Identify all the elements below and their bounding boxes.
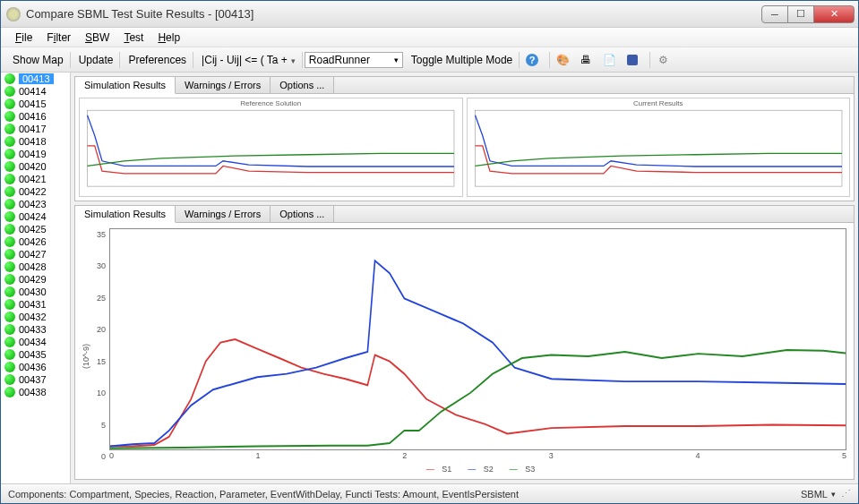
menu-filter[interactable]: Filter (39, 30, 78, 46)
sidebar-item-00437[interactable]: 00437 (1, 373, 70, 386)
top-tabs: Simulation Results Warnings / Errors Opt… (75, 77, 854, 94)
preferences-button[interactable]: Preferences (122, 52, 193, 68)
bottom-tabs: Simulation Results Warnings / Errors Opt… (75, 206, 854, 223)
tab-simulation-results-2[interactable]: Simulation Results (75, 206, 176, 223)
pass-dot-icon (4, 211, 15, 222)
pass-dot-icon (4, 299, 15, 310)
menu-file[interactable]: File (8, 30, 39, 46)
pass-dot-icon (4, 161, 15, 172)
menubar: File Filter SBW Test Help (1, 28, 858, 47)
pass-dot-icon (4, 199, 15, 209)
pass-dot-icon (4, 312, 15, 322)
sidebar-item-00420[interactable]: 00420 (1, 160, 70, 173)
sidebar-item-00413[interactable]: 00413 (1, 73, 70, 85)
plot-area[interactable] (109, 228, 846, 450)
resize-grip-icon[interactable]: ⋰ (841, 488, 851, 500)
toggle-mode-button[interactable]: Toggle Multiple Mode (405, 52, 520, 68)
pass-dot-icon (4, 261, 15, 272)
pass-dot-icon (4, 73, 15, 84)
titlebar[interactable]: Compare SBML Test Suite Results - [00413… (1, 1, 858, 28)
svg-text:?: ? (529, 55, 536, 65)
sidebar-item-00433[interactable]: 00433 (1, 323, 70, 336)
sidebar-item-00418[interactable]: 00418 (1, 135, 70, 148)
pass-dot-icon (4, 249, 15, 260)
sidebar-item-00421[interactable]: 00421 (1, 173, 70, 185)
pass-dot-icon (4, 374, 15, 385)
svg-rect-3 (88, 110, 454, 186)
help-icon[interactable]: ? (524, 52, 540, 68)
pass-dot-icon (4, 98, 15, 109)
status-format: SBML (801, 489, 828, 500)
sidebar-item-00423[interactable]: 00423 (1, 198, 70, 210)
sidebar-item-00429[interactable]: 00429 (1, 273, 70, 286)
chart-legend: — S1— S2— S3 (109, 463, 846, 475)
sidebar-item-00438[interactable]: 00438 (1, 386, 70, 398)
update-button[interactable]: Update (73, 52, 121, 68)
current-results-chart: Current Results (467, 98, 851, 197)
bottom-pane: Simulation Results Warnings / Errors Opt… (74, 205, 855, 480)
sidebar-item-00416[interactable]: 00416 (1, 110, 70, 123)
sidebar-item-00436[interactable]: 00436 (1, 361, 70, 373)
engine-select[interactable]: RoadRunner▾ (305, 52, 403, 68)
pass-dot-icon (4, 224, 15, 235)
sidebar-item-00430[interactable]: 00430 (1, 286, 70, 298)
sidebar-item-00432[interactable]: 00432 (1, 311, 70, 323)
tab-warnings-errors[interactable]: Warnings / Errors (176, 77, 271, 93)
menu-sbw[interactable]: SBW (78, 30, 116, 46)
pass-dot-icon (4, 274, 15, 285)
sidebar-item-00425[interactable]: 00425 (1, 223, 70, 235)
palette-icon[interactable]: 🎨 (554, 52, 571, 68)
stamp-icon[interactable] (624, 52, 640, 68)
tab-options-2[interactable]: Options ... (271, 206, 334, 222)
gear-icon[interactable]: ⚙ (655, 52, 671, 68)
close-button[interactable]: ✕ (813, 5, 855, 23)
toolbar: Show Map Update Preferences |Cij - Uij| … (1, 47, 858, 73)
printer-icon[interactable]: 🖶 (578, 52, 594, 68)
tab-simulation-results[interactable]: Simulation Results (75, 77, 176, 94)
sidebar-item-00414[interactable]: 00414 (1, 85, 70, 98)
sidebar-item-00434[interactable]: 00434 (1, 336, 70, 348)
pass-dot-icon (4, 324, 15, 335)
main-area: Simulation Results Warnings / Errors Opt… (71, 73, 858, 483)
pass-dot-icon (4, 86, 15, 97)
maximize-button[interactable]: ☐ (787, 5, 814, 23)
window-title: Compare SBML Test Suite Results - [00413… (26, 7, 762, 21)
formula-dropdown[interactable]: |Cij - Uij| <= ( Ta + (195, 52, 303, 68)
test-list-sidebar[interactable]: 0041300414004150041600417004180041900420… (1, 73, 71, 483)
sidebar-item-00427[interactable]: 00427 (1, 248, 70, 261)
menu-help[interactable]: Help (150, 30, 187, 46)
document-icon[interactable]: 📄 (601, 52, 617, 68)
pass-dot-icon (4, 174, 15, 184)
sidebar-item-00422[interactable]: 00422 (1, 185, 70, 198)
menu-test[interactable]: Test (116, 30, 150, 46)
sidebar-item-00435[interactable]: 00435 (1, 348, 70, 361)
show-map-button[interactable]: Show Map (6, 52, 71, 68)
status-dropdown-icon[interactable]: ▾ (831, 490, 836, 499)
svg-rect-2 (627, 55, 638, 65)
sidebar-item-00431[interactable]: 00431 (1, 298, 70, 311)
pass-dot-icon (4, 111, 15, 122)
sidebar-item-00415[interactable]: 00415 (1, 98, 70, 110)
tab-options[interactable]: Options ... (271, 77, 334, 93)
sidebar-item-00419[interactable]: 00419 (1, 148, 70, 160)
sidebar-item-00426[interactable]: 00426 (1, 235, 70, 248)
pass-dot-icon (4, 349, 15, 360)
sidebar-item-00428[interactable]: 00428 (1, 261, 70, 273)
reference-solution-chart: Reference Solution (79, 98, 463, 197)
y-axis-label: (10^-9) (82, 344, 90, 369)
app-window: Compare SBML Test Suite Results - [00413… (0, 0, 859, 504)
pass-dot-icon (4, 136, 15, 147)
pass-dot-icon (4, 337, 15, 347)
statusbar: Components: Compartment, Species, Reacti… (1, 483, 858, 503)
y-axis: (10^-9) 35302520151050 (81, 228, 109, 475)
sidebar-item-00424[interactable]: 00424 (1, 210, 70, 223)
pass-dot-icon (4, 186, 15, 197)
pass-dot-icon (4, 149, 15, 159)
minimize-button[interactable]: ─ (761, 5, 788, 23)
tab-warnings-errors-2[interactable]: Warnings / Errors (176, 206, 271, 222)
x-axis: 012345 (109, 450, 846, 463)
pass-dot-icon (4, 236, 15, 247)
sidebar-item-00417[interactable]: 00417 (1, 123, 70, 135)
app-icon (6, 7, 21, 21)
pass-dot-icon (4, 362, 15, 372)
